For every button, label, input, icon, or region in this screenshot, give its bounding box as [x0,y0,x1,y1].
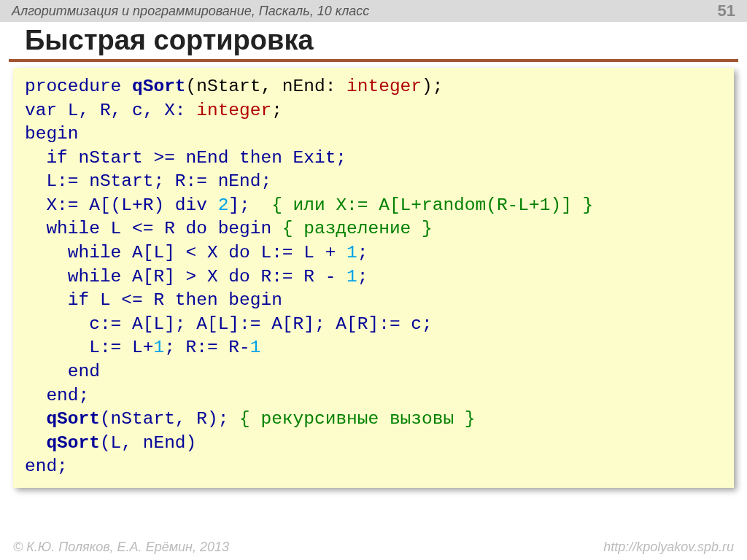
end-while: end; [25,386,89,405]
comment-recursive: { рекурсивные вызовы } [239,409,475,429]
inc-dec-b: ; R:= R- [164,338,250,357]
line-exit: if nStart >= nEnd then Exit; [25,148,347,168]
call-qsort-1: qSort [46,409,100,429]
comment-pivot: { или X:= A[L+random(R-L+1)] } [271,195,593,215]
num-1d: 1 [250,338,261,357]
space [207,195,218,215]
slide-title: Быстрая сортировка [0,22,747,59]
pivot-close: ]; [228,195,271,215]
rec2-indent [25,433,46,453]
title-divider [9,59,738,62]
subject-text: Алгоритмизация и программирование, Паска… [12,4,369,19]
kw-procedure: procedure [25,77,132,96]
code-block: procedure qSort(nStart, nEnd: integer); … [13,68,734,488]
inc-dec-a: L:= L+ [25,338,153,357]
num-1b: 1 [347,267,357,287]
call-args-2: (L, nEnd) [100,433,196,453]
call-qsort-2: qSort [46,433,100,453]
kw-div: div [175,195,207,215]
num-1c: 1 [153,338,164,357]
fn-name: qSort [132,77,186,96]
slide-footer: © К.Ю. Поляков, Е.А. Ерёмин, 2013 http:/… [0,540,747,555]
source-url-text: http://kpolyakov.spb.ru [603,540,734,555]
while-outer: while L <= R do begin [25,219,282,238]
comment-partition: { разделение } [282,219,433,238]
var-decl-a: var L, R, c, X: [25,101,196,120]
while-left-a: while A[L] < X do L:= L + [25,243,347,262]
line-init-lr: L:= nStart; R:= nEnd; [25,171,271,191]
copyright-text: © К.Ю. Поляков, Е.А. Ерёмин, 2013 [13,540,229,555]
num-2: 2 [218,195,229,215]
var-decl-c: ; [271,101,282,120]
swap-line: c:= A[L]; A[L]:= A[R]; A[R]:= c; [25,314,433,334]
type-integer-2: integer [196,101,271,120]
kw-end: end; [25,456,68,476]
while-right-c: ; [357,267,368,287]
end-inner: end [25,362,100,381]
page-number: 51 [718,1,735,20]
num-1a: 1 [347,243,357,262]
line-pivot-a: X:= A[(L+R) [25,195,175,215]
sig-close: ); [422,77,443,96]
while-left-c: ; [357,243,368,262]
kw-begin: begin [25,124,79,144]
slide-header: Алгоритмизация и программирование, Паска… [0,0,747,22]
slide: Алгоритмизация и программирование, Паска… [0,0,747,560]
call-args-1: (nStart, R); [100,409,239,429]
while-right-a: while A[R] > X do R:= R - [25,267,347,287]
rec1-indent [25,409,46,429]
sig-args: (nStart, nEnd: [186,77,347,96]
type-integer-1: integer [347,77,422,96]
if-swap: if L <= R then begin [25,290,282,310]
